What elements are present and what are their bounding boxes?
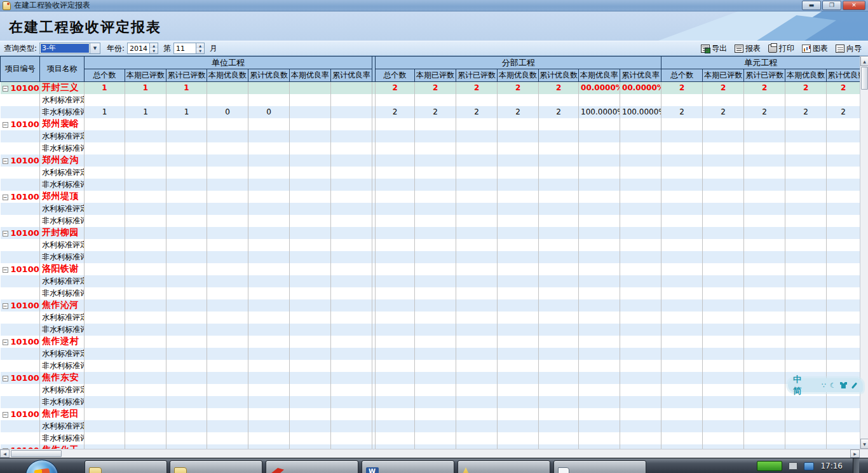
- table-row: 水利标准评定: [1, 275, 860, 287]
- value-cell: [620, 372, 661, 384]
- skin-icon[interactable]: [840, 382, 848, 388]
- value-cell: [579, 444, 620, 449]
- value-cell: [415, 215, 456, 227]
- tray-network-icon[interactable]: [804, 462, 814, 470]
- collapse-icon[interactable]: −: [3, 86, 8, 92]
- ime-mode-label[interactable]: 中 简: [793, 374, 818, 397]
- value-cell: [415, 408, 456, 420]
- project-code-cell: −101001: [1, 82, 40, 94]
- show-desktop-button[interactable]: [853, 458, 859, 473]
- value-cell: [125, 251, 166, 263]
- wrench-icon[interactable]: [851, 382, 858, 389]
- value-cell: [703, 154, 744, 167]
- taskbar-app-button[interactable]: [266, 460, 358, 473]
- restore-button[interactable]: ❐: [822, 1, 841, 10]
- value-cell: [85, 312, 125, 324]
- print-button[interactable]: 打印: [766, 43, 797, 55]
- month-spinner[interactable]: ▲▼: [196, 43, 205, 54]
- collapse-icon[interactable]: −: [3, 195, 8, 200]
- ime-dots-icon[interactable]: ∵: [822, 381, 826, 390]
- export-button[interactable]: 导出: [698, 43, 729, 55]
- value-cell: [744, 287, 785, 299]
- project-name-cell: 水利标准评定: [40, 384, 85, 396]
- chevron-down-icon[interactable]: ▼: [90, 43, 100, 53]
- value-cell: [290, 142, 331, 154]
- chart-button[interactable]: 图表: [799, 43, 831, 55]
- value-cell: [207, 227, 248, 239]
- windows-start-button[interactable]: [25, 460, 58, 473]
- scroll-right-icon[interactable]: ▶: [850, 449, 860, 458]
- query-type-select[interactable]: 3-年 ▼: [39, 43, 100, 54]
- scroll-down-icon[interactable]: ▼: [860, 439, 868, 449]
- value-cell: [376, 251, 415, 263]
- year-spinner[interactable]: ▲▼: [150, 43, 158, 54]
- value-cell: [785, 130, 827, 142]
- collapse-icon[interactable]: −: [3, 267, 8, 273]
- value-cell: [539, 251, 579, 263]
- collapse-icon[interactable]: −: [3, 122, 8, 128]
- taskbar-app-button[interactable]: [170, 460, 262, 473]
- value-cell: [498, 239, 539, 251]
- close-button[interactable]: ✕: [843, 1, 865, 10]
- project-name-cell: 焦作逯村: [40, 336, 85, 348]
- year-input[interactable]: 2014: [127, 43, 150, 54]
- value-cell: [744, 167, 785, 179]
- value-cell: [166, 444, 207, 449]
- value-cell: [166, 94, 207, 106]
- wizard-button[interactable]: 向导: [833, 43, 864, 55]
- value-cell: [125, 239, 166, 251]
- month-input[interactable]: 11: [173, 43, 196, 54]
- tray-printer-icon[interactable]: [789, 462, 797, 470]
- collapse-icon[interactable]: −: [3, 231, 8, 236]
- table-row: 非水利标准评定: [1, 324, 860, 336]
- value-cell: [456, 384, 498, 396]
- value-cell: [207, 275, 248, 287]
- value-cell: [498, 420, 539, 432]
- spin-down-icon[interactable]: ▼: [150, 48, 158, 53]
- value-cell: [661, 203, 703, 215]
- value-cell: [785, 444, 827, 449]
- taskbar-app-button[interactable]: [553, 460, 646, 473]
- spin-down-icon[interactable]: ▼: [196, 48, 204, 53]
- spin-up-icon[interactable]: ▲: [150, 43, 158, 48]
- value-cell: [579, 167, 620, 179]
- tray-green-icon[interactable]: [757, 461, 782, 471]
- minimize-button[interactable]: ▬: [802, 1, 821, 10]
- value-cell: 2: [415, 82, 456, 94]
- vertical-scroll-thumb[interactable]: [861, 67, 868, 90]
- sub-column-header: 本期已评数: [125, 69, 166, 82]
- moon-icon[interactable]: ☾: [830, 381, 836, 390]
- table-row: 非水利标准评定: [1, 251, 860, 263]
- value-cell: [620, 227, 661, 239]
- scroll-up-icon[interactable]: ▲: [860, 56, 868, 66]
- value-cell: [744, 179, 785, 191]
- project-code-cell: [1, 324, 40, 336]
- horizontal-scrollbar[interactable]: ◀ ▶: [0, 449, 868, 458]
- spin-up-icon[interactable]: ▲: [196, 43, 204, 48]
- taskbar-app-button[interactable]: [362, 460, 454, 473]
- scroll-left-icon[interactable]: ◀: [0, 449, 10, 458]
- taskbar-app-button[interactable]: [458, 460, 550, 473]
- report-button[interactable]: 报表: [732, 43, 763, 55]
- value-cell: [827, 179, 860, 191]
- taskbar-clock[interactable]: 17:16: [820, 462, 843, 470]
- value-cell: [579, 191, 620, 203]
- collapse-icon[interactable]: −: [3, 376, 8, 381]
- value-cell: [785, 203, 827, 215]
- collapse-icon[interactable]: −: [3, 339, 8, 345]
- value-cell: [744, 360, 785, 372]
- value-cell: 100.0000%: [579, 106, 620, 118]
- value-cell: [703, 396, 744, 408]
- value-cell: [620, 179, 661, 191]
- value-cell: [827, 360, 860, 372]
- horizontal-scroll-thumb[interactable]: [11, 450, 62, 457]
- value-cell: 00.0000%: [620, 82, 661, 94]
- value-cell: [579, 384, 620, 396]
- ime-toolbar[interactable]: 中 简 ∵ ☾: [788, 378, 863, 392]
- collapse-icon[interactable]: −: [3, 303, 8, 309]
- value-cell: [539, 203, 579, 215]
- value-cell: 00.0000%: [579, 82, 620, 94]
- collapse-icon[interactable]: −: [3, 412, 8, 418]
- collapse-icon[interactable]: −: [3, 158, 8, 164]
- taskbar-app-button[interactable]: [85, 460, 167, 473]
